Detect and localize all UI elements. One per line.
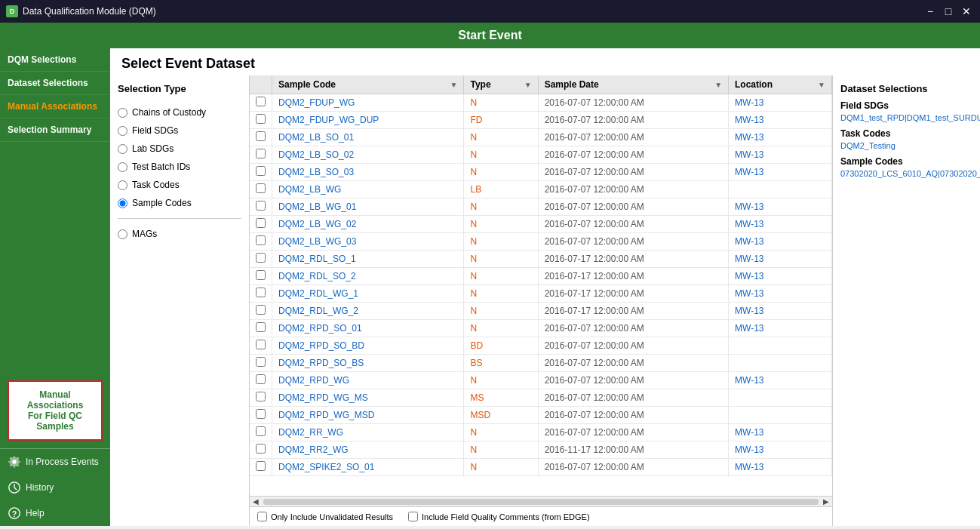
row-checkbox-19[interactable] <box>256 426 266 436</box>
row-checkbox-3[interactable] <box>256 149 266 158</box>
radio-input-chains[interactable] <box>118 108 127 118</box>
row-checkbox-7[interactable] <box>256 218 266 228</box>
row-checkbox-cell[interactable] <box>250 285 272 303</box>
filter-sample-code-icon[interactable]: ▼ <box>450 81 458 89</box>
radio-input-sample-codes[interactable] <box>118 198 127 208</box>
radio-input-mags[interactable] <box>118 229 127 239</box>
scroll-right-button[interactable]: ▶ <box>822 497 831 506</box>
row-checkbox-cell[interactable] <box>250 407 272 424</box>
sidebar-item-manual-associations[interactable]: Manual Associations <box>0 95 110 118</box>
row-checkbox-cell[interactable] <box>250 459 272 476</box>
row-checkbox-cell[interactable] <box>250 251 272 268</box>
row-type: FD <box>464 112 538 129</box>
radio-input-test-batch[interactable] <box>118 162 127 172</box>
filter-type-icon[interactable]: ▼ <box>524 81 532 89</box>
only-unvalidated-label[interactable]: Only Include Unvalidated Results <box>257 512 393 521</box>
row-checkbox-cell[interactable] <box>250 164 272 181</box>
row-date: 2016-07-17 12:00:00 AM <box>538 303 728 320</box>
only-unvalidated-checkbox[interactable] <box>257 512 267 521</box>
selection-panel-title: Selection Type <box>118 83 241 94</box>
minimize-button[interactable]: − <box>923 4 938 19</box>
radio-chains-of-custody[interactable]: Chains of Custody <box>118 103 241 121</box>
row-checkbox-21[interactable] <box>256 461 266 471</box>
row-checkbox-cell[interactable] <box>250 303 272 320</box>
row-checkbox-18[interactable] <box>256 409 266 419</box>
row-checkbox-12[interactable] <box>256 305 266 315</box>
radio-input-task-codes[interactable] <box>118 180 127 190</box>
row-checkbox-cell[interactable] <box>250 233 272 251</box>
radio-sample-codes[interactable]: Sample Codes <box>118 194 241 212</box>
row-checkbox-4[interactable] <box>256 166 266 176</box>
row-checkbox-cell[interactable] <box>250 424 272 441</box>
row-checkbox-17[interactable] <box>256 392 266 401</box>
radio-task-codes[interactable]: Task Codes <box>118 176 241 194</box>
row-date: 2016-07-07 12:00:00 AM <box>538 459 728 476</box>
manual-associations-box[interactable]: Manual Associations For Field QC Samples <box>8 380 103 441</box>
table-row: DQM2_RPD_SO_BD BD 2016-07-07 12:00:00 AM <box>250 337 832 355</box>
row-checkbox-9[interactable] <box>256 253 266 263</box>
row-checkbox-16[interactable] <box>256 374 266 384</box>
radio-lab-sdgs[interactable]: Lab SDGs <box>118 140 241 158</box>
row-checkbox-1[interactable] <box>256 114 266 124</box>
row-checkbox-cell[interactable] <box>250 216 272 233</box>
table-container[interactable]: Sample Code ▼ Type ▼ <box>250 75 832 496</box>
row-checkbox-13[interactable] <box>256 322 266 332</box>
row-checkbox-cell[interactable] <box>250 112 272 129</box>
row-checkbox-2[interactable] <box>256 131 266 141</box>
row-location: MW-13 <box>729 268 832 285</box>
row-checkbox-cell[interactable] <box>250 320 272 337</box>
horizontal-scrollbar[interactable]: ◀ ▶ <box>250 496 832 506</box>
row-date: 2016-07-17 12:00:00 AM <box>538 251 728 268</box>
row-checkbox-20[interactable] <box>256 444 266 454</box>
row-checkbox-cell[interactable] <box>250 94 272 112</box>
row-checkbox-11[interactable] <box>256 288 266 297</box>
radio-mags[interactable]: MAGs <box>118 225 241 243</box>
row-checkbox-6[interactable] <box>256 201 266 211</box>
row-checkbox-cell[interactable] <box>250 372 272 389</box>
sidebar-item-in-process-events[interactable]: In Process Events <box>0 449 110 475</box>
maximize-button[interactable]: □ <box>941 4 956 19</box>
row-location: MW-13 <box>729 233 832 251</box>
row-date: 2016-07-07 12:00:00 AM <box>538 389 728 407</box>
table-row: DQM2_RR2_WG N 2016-11-17 12:00:00 AM MW-… <box>250 441 832 459</box>
sidebar-item-selection-summary[interactable]: Selection Summary <box>0 118 110 142</box>
row-date: 2016-07-07 12:00:00 AM <box>538 355 728 372</box>
row-checkbox-cell[interactable] <box>250 268 272 285</box>
help-icon: ? <box>8 506 21 520</box>
row-checkbox-cell[interactable] <box>250 146 272 164</box>
row-checkbox-cell[interactable] <box>250 181 272 198</box>
row-sample-code: DQM2_RDL_SO_2 <box>272 268 464 285</box>
row-checkbox-8[interactable] <box>256 235 266 245</box>
row-checkbox-cell[interactable] <box>250 441 272 459</box>
sidebar-item-history[interactable]: History <box>0 475 110 500</box>
row-type: MSD <box>464 407 538 424</box>
sample-codes-value: 07302020_LCS_6010_AQ|07302020_LCS_6010_S… <box>840 169 972 178</box>
row-checkbox-14[interactable] <box>256 340 266 349</box>
row-checkbox-cell[interactable] <box>250 389 272 407</box>
filter-location-icon[interactable]: ▼ <box>818 81 825 89</box>
scroll-left-button[interactable]: ◀ <box>251 497 260 506</box>
sidebar-item-help[interactable]: ? Help <box>0 500 110 526</box>
row-checkbox-cell[interactable] <box>250 337 272 355</box>
row-location: MW-13 <box>729 303 832 320</box>
row-checkbox-cell[interactable] <box>250 198 272 216</box>
radio-label-lab-sdgs: Lab SDGs <box>132 143 174 154</box>
close-button[interactable]: ✕ <box>959 4 974 19</box>
row-checkbox-0[interactable] <box>256 97 266 106</box>
radio-input-lab-sdgs[interactable] <box>118 144 127 154</box>
row-type: N <box>464 198 538 216</box>
include-field-quality-checkbox[interactable] <box>408 512 418 521</box>
radio-test-batch-ids[interactable]: Test Batch IDs <box>118 158 241 176</box>
row-checkbox-5[interactable] <box>256 183 266 193</box>
row-checkbox-15[interactable] <box>256 357 266 367</box>
row-checkbox-10[interactable] <box>256 270 266 280</box>
include-field-quality-label[interactable]: Include Field Quality Comments (from EDG… <box>408 512 590 521</box>
row-checkbox-cell[interactable] <box>250 355 272 372</box>
sidebar-item-dqm-selections[interactable]: DQM Selections <box>0 48 110 72</box>
radio-field-sdgs[interactable]: Field SDGs <box>118 121 241 140</box>
sidebar-item-dataset-selections[interactable]: Dataset Selections <box>0 72 110 95</box>
row-checkbox-cell[interactable] <box>250 129 272 146</box>
row-sample-code: DQM2_FDUP_WG <box>272 94 464 112</box>
radio-input-field-sdgs[interactable] <box>118 126 127 136</box>
filter-date-icon[interactable]: ▼ <box>714 81 722 89</box>
